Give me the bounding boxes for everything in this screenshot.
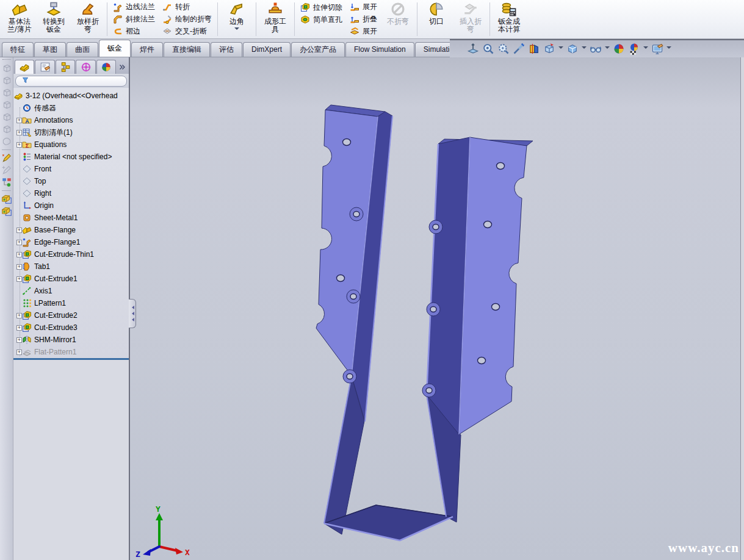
headsup-button-edit-appearance[interactable]: [651, 43, 663, 55]
tab-特征[interactable]: 特征: [2, 42, 34, 57]
toolbar-button-view-left[interactable]: [1, 87, 12, 98]
headsup-button-rotate-view[interactable]: [513, 43, 525, 55]
panel-tab-configurationmanager[interactable]: [56, 60, 75, 74]
panel-tab-propertymanager[interactable]: [35, 60, 54, 74]
tree-item-equations[interactable]: +ΣEquations: [13, 138, 129, 151]
expand-icon[interactable]: +: [16, 118, 22, 123]
headsup-button-view-orientation[interactable]: [543, 43, 555, 55]
tree-item-root[interactable]: 3-12 (Overhead<<Overhead: [13, 90, 129, 102]
expand-icon[interactable]: +: [16, 130, 22, 135]
tab-草图[interactable]: 草图: [34, 42, 66, 57]
ribbon-button-sketched-bend[interactable]: 绘制的折弯: [159, 13, 215, 26]
ribbon-button-sheet-metal-cost[interactable]: 钣金成本计算: [492, 0, 526, 34]
toolbar-button-compare-body[interactable]: [1, 193, 12, 204]
graphics-viewport[interactable]: Y X Z www.ayc.cn: [130, 57, 744, 560]
dropdown-arrow-icon[interactable]: [666, 46, 671, 51]
ribbon-button-no-bends[interactable]: 不折弯: [381, 0, 415, 26]
expand-icon[interactable]: +: [16, 264, 22, 270]
panel-collapse-handle[interactable]: [129, 299, 136, 328]
taskpane-edge[interactable]: [740, 57, 744, 560]
ribbon-button-hem[interactable]: 褶边: [110, 25, 158, 37]
expand-icon[interactable]: +: [16, 337, 22, 343]
tree-item-base-flange[interactable]: +Base-Flange: [13, 224, 129, 236]
ribbon-button-flatten[interactable]: 展开: [347, 25, 380, 37]
tree-item-lpattern1[interactable]: LPattern1: [13, 297, 129, 309]
tree-item-cut-extrude2[interactable]: +Cut-Extrude2: [13, 309, 129, 321]
expand-icon[interactable]: +: [16, 276, 22, 282]
toolbar-button-view-front[interactable]: [1, 63, 12, 74]
headsup-button-zoom-in-out[interactable]: [497, 43, 510, 55]
tab-直接编辑[interactable]: 直接编辑: [164, 42, 210, 57]
headsup-button-zoom-to-area[interactable]: [482, 43, 494, 55]
tree-item-shm-mirror1[interactable]: +SHM-Mirror1: [13, 334, 129, 346]
tree-item-cut-extrude1[interactable]: +Cut-Extrude1: [13, 273, 129, 285]
toolbar-button-view-isometric[interactable]: [1, 136, 12, 147]
toolbar-button-view-back[interactable]: [1, 75, 12, 86]
expand-icon[interactable]: +: [16, 350, 22, 355]
toolbar-button-view-bottom[interactable]: [1, 124, 12, 135]
dropdown-arrow-icon[interactable]: [582, 46, 587, 51]
ribbon-button-lofted-bend[interactable]: 放样折弯: [71, 0, 105, 34]
ribbon-button-edge-flange[interactable]: 边线法兰: [110, 1, 158, 13]
toolbar-button-compare-body2[interactable]: [1, 206, 12, 217]
panel-tab-dimxpertmanager[interactable]: [76, 60, 95, 74]
tab-DimXpert[interactable]: DimXpert: [243, 42, 291, 57]
tree-item-flat-pattern1[interactable]: +Flat-Pattern1: [13, 346, 129, 358]
tree-item-front[interactable]: Front: [13, 163, 129, 175]
tree-item-cut-extrude-thin1[interactable]: +Cut-Extrude-Thin1: [13, 248, 129, 260]
tree-item--[interactable]: 传感器: [13, 102, 129, 114]
ribbon-button-forming-tool[interactable]: 成形工具: [258, 0, 292, 34]
headsup-button-zoom-to-fit[interactable]: [467, 43, 479, 55]
expand-icon[interactable]: +: [16, 313, 22, 318]
tab-办公室产品[interactable]: 办公室产品: [291, 42, 345, 57]
ribbon-button-jog[interactable]: 转折: [159, 1, 215, 13]
tree-item--1-[interactable]: +切割清单(1): [13, 126, 129, 138]
tree-item-axis1[interactable]: Axis1: [13, 285, 129, 297]
toolbar-button-view-top[interactable]: [1, 112, 12, 123]
dropdown-arrow-icon[interactable]: [234, 27, 239, 32]
tab-钣金[interactable]: 钣金: [99, 40, 131, 57]
tree-item-material-not-specified-[interactable]: Material <not specified>: [13, 151, 129, 163]
expand-icon[interactable]: +: [16, 142, 22, 148]
panel-tab-displaymanager[interactable]: [96, 60, 116, 74]
tab-评估[interactable]: 评估: [211, 42, 242, 57]
headsup-button-display-style[interactable]: [566, 43, 579, 55]
dropdown-arrow-icon[interactable]: [605, 46, 610, 51]
ribbon-button-simple-hole[interactable]: 简单直孔: [297, 13, 345, 26]
tree-item-top[interactable]: Top: [13, 175, 129, 187]
expand-icon[interactable]: +: [16, 252, 22, 257]
toolbar-button-schematic[interactable]: [1, 177, 12, 188]
ribbon-button-convert-to-sheetmetal[interactable]: 转换到钣金: [37, 0, 71, 34]
tree-item-annotations[interactable]: +AAnnotations: [13, 114, 129, 126]
sheet-metal-part-model[interactable]: [130, 57, 744, 560]
expand-icon[interactable]: +: [16, 240, 22, 245]
ribbon-button-miter-flange[interactable]: 斜接法兰: [110, 13, 158, 26]
headsup-button-hide-show-items[interactable]: [590, 43, 602, 55]
dropdown-arrow-icon[interactable]: [643, 46, 648, 51]
toolbar-button-sketch[interactable]: [1, 153, 12, 163]
expand-icon[interactable]: +: [16, 228, 22, 233]
dropdown-arrow-icon[interactable]: [558, 46, 563, 51]
ribbon-button-rip[interactable]: 切口: [419, 0, 453, 26]
expand-icon[interactable]: +: [16, 325, 22, 331]
headsup-button-section-view[interactable]: [528, 43, 540, 55]
ribbon-button-fold[interactable]: 折叠: [347, 13, 380, 26]
toolbar-button-edit-sketch[interactable]: [1, 165, 12, 176]
tree-item-cut-extrude3[interactable]: +Cut-Extrude3: [13, 321, 129, 334]
tree-item-edge-flange1[interactable]: +Edge-Flange1: [13, 236, 129, 248]
ribbon-button-unfold[interactable]: 展开: [347, 1, 380, 13]
tab-Flow Simulation[interactable]: Flow Simulation: [345, 42, 414, 57]
ribbon-button-corner[interactable]: 边角: [220, 0, 254, 33]
panel-tab-featuremanager[interactable]: [15, 60, 34, 74]
tab-曲面[interactable]: 曲面: [67, 42, 98, 57]
ribbon-button-insert-bends[interactable]: 插入折弯: [453, 0, 488, 34]
ribbon-button-cross-break[interactable]: 交叉-折断: [159, 25, 215, 37]
ribbon-button-base-flange[interactable]: 基体法兰/薄片: [2, 0, 37, 34]
tree-item-tab1[interactable]: +Tab1: [13, 260, 129, 273]
tree-item-right[interactable]: Right: [13, 187, 129, 199]
toolbar-button-view-right[interactable]: [1, 99, 12, 110]
tree-item-origin[interactable]: Origin: [13, 199, 129, 212]
filter-input[interactable]: [15, 76, 127, 87]
ribbon-button-extruded-cut[interactable]: 拉伸切除: [297, 1, 345, 13]
tab-焊件[interactable]: 焊件: [131, 42, 163, 57]
